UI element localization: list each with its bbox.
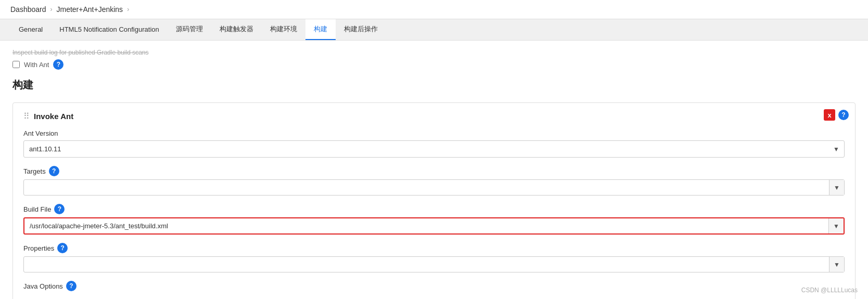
card-title-row: ⠿ Invoke Ant <box>23 111 845 121</box>
build-file-group: Build File ? ▼ <box>23 204 845 235</box>
card-help-icon[interactable]: ? <box>838 110 849 120</box>
build-file-help-icon[interactable]: ? <box>54 204 65 214</box>
faded-top-text: Inspect build log for published Gradle b… <box>12 49 856 56</box>
delete-button[interactable]: x <box>824 109 835 121</box>
watermark: CSDN @LLLLLucas <box>801 287 858 294</box>
tab-trigger[interactable]: 构建触发器 <box>211 19 262 40</box>
breadcrumb-sep-1: › <box>50 6 53 13</box>
drag-handle-icon[interactable]: ⠿ <box>23 111 30 121</box>
build-file-dropdown-btn[interactable]: ▼ <box>828 218 844 233</box>
invoke-ant-card: x ? ⠿ Invoke Ant Ant Version ant1.10.11 … <box>12 102 856 299</box>
java-options-label: Java Options ? <box>23 281 845 291</box>
breadcrumb-dashboard[interactable]: Dashboard <box>10 5 46 14</box>
tab-build[interactable]: 构建 <box>305 19 336 40</box>
ant-version-group: Ant Version ant1.10.11 ▼ <box>23 129 845 158</box>
targets-input[interactable] <box>24 180 829 195</box>
targets-group: Targets ? ▼ <box>23 166 845 196</box>
build-file-label: Build File ? <box>23 204 845 214</box>
card-title: Invoke Ant <box>34 112 73 121</box>
properties-input[interactable] <box>24 257 829 272</box>
targets-help-icon[interactable]: ? <box>49 166 59 176</box>
tab-post[interactable]: 构建后操作 <box>336 19 386 40</box>
tab-general[interactable]: General <box>10 20 51 40</box>
targets-label: Targets ? <box>23 166 845 176</box>
tab-source[interactable]: 源码管理 <box>168 19 211 40</box>
with-ant-checkbox[interactable] <box>12 61 20 68</box>
java-options-help-icon[interactable]: ? <box>66 281 76 291</box>
breadcrumb: Dashboard › Jmeter+Ant+Jenkins › <box>0 0 868 19</box>
properties-help-icon[interactable]: ? <box>57 243 68 253</box>
card-controls: x ? <box>824 109 849 121</box>
main-content: Inspect build log for published Gradle b… <box>0 41 868 299</box>
with-ant-row: With Ant ? <box>12 59 856 70</box>
targets-input-row: ▼ <box>23 179 845 196</box>
with-ant-label: With Ant <box>24 61 49 69</box>
properties-dropdown-btn[interactable]: ▼ <box>829 257 844 272</box>
section-heading: 构建 <box>12 78 856 92</box>
tab-html5[interactable]: HTML5 Notification Configuration <box>51 20 167 40</box>
with-ant-help-icon[interactable]: ? <box>53 59 63 70</box>
build-file-input[interactable] <box>24 218 828 233</box>
targets-dropdown-btn[interactable]: ▼ <box>829 180 844 195</box>
ant-version-select-row: ant1.10.11 ▼ <box>23 140 845 158</box>
breadcrumb-project[interactable]: Jmeter+Ant+Jenkins <box>57 5 123 14</box>
properties-input-row: ▼ <box>23 256 845 272</box>
tabs-bar: General HTML5 Notification Configuration… <box>0 19 868 41</box>
breadcrumb-sep-2: › <box>127 6 129 13</box>
properties-group: Properties ? ▼ <box>23 243 845 272</box>
ant-version-label: Ant Version <box>23 129 845 137</box>
build-file-input-row: ▼ <box>23 217 845 235</box>
tab-env[interactable]: 构建环境 <box>262 19 305 40</box>
properties-label: Properties ? <box>23 243 845 253</box>
ant-version-select[interactable]: ant1.10.11 <box>23 140 845 158</box>
java-options-group: Java Options ? <box>23 281 845 291</box>
